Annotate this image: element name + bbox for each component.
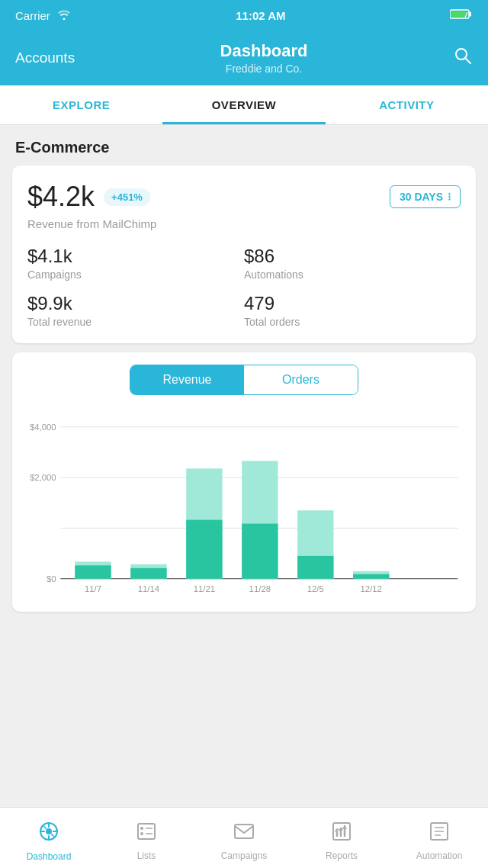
total-orders-value: 479 xyxy=(244,293,461,314)
svg-rect-2 xyxy=(451,11,467,18)
svg-rect-1 xyxy=(470,12,472,17)
bar-1121-dark xyxy=(186,520,222,579)
stats-main-left: $4.2k +451% xyxy=(27,181,150,213)
bottom-tab-lists-label: Lists xyxy=(137,850,156,861)
svg-text:12/5: 12/5 xyxy=(307,584,324,593)
carrier-label: Carrier xyxy=(15,9,50,22)
svg-line-26 xyxy=(52,834,55,837)
svg-point-20 xyxy=(46,828,52,834)
campaigns-value: $4.1k xyxy=(27,246,244,267)
accounts-button[interactable]: Accounts xyxy=(15,50,75,66)
total-revenue-value: $9.9k xyxy=(27,293,244,314)
tab-explore[interactable]: EXPLORE xyxy=(0,85,162,124)
svg-point-28 xyxy=(140,827,143,830)
toggle-orders[interactable]: Orders xyxy=(244,365,358,394)
bottom-tab-lists[interactable]: Lists xyxy=(98,815,195,861)
bottom-bar: Dashboard Lists Campaigns xyxy=(0,807,488,868)
battery-icon xyxy=(450,8,473,22)
reports-icon xyxy=(331,821,352,847)
status-bar-left: Carrier xyxy=(15,9,72,22)
svg-rect-32 xyxy=(235,825,253,838)
svg-text:11/28: 11/28 xyxy=(249,584,271,593)
chart-card: Revenue Orders $4,000 $2,000 $0 xyxy=(12,352,476,612)
automation-icon xyxy=(429,821,450,847)
bar-125-dark xyxy=(297,556,333,579)
svg-text:12/12: 12/12 xyxy=(361,584,382,593)
nav-title-block: Dashboard Freddie and Co. xyxy=(220,41,308,75)
campaigns-label: Campaigns xyxy=(27,268,244,281)
tab-activity[interactable]: ACTIVITY xyxy=(326,85,488,124)
stats-main-value: $4.2k xyxy=(27,181,95,213)
status-bar-time: 11:02 AM xyxy=(236,9,285,22)
search-button[interactable] xyxy=(453,46,473,70)
nav-title: Dashboard xyxy=(220,41,308,61)
tabs-bar: EXPLORE OVERVIEW ACTIVITY xyxy=(0,85,488,125)
bottom-tab-reports-label: Reports xyxy=(326,850,358,861)
svg-text:11/14: 11/14 xyxy=(138,584,159,593)
svg-text:11/7: 11/7 xyxy=(85,584,101,593)
bar-1128-dark xyxy=(242,524,278,579)
svg-text:$2,000: $2,000 xyxy=(30,473,56,482)
bottom-tab-automation[interactable]: Automation xyxy=(390,815,488,861)
svg-line-25 xyxy=(43,826,47,829)
nav-header: Accounts Dashboard Freddie and Co. xyxy=(0,31,488,85)
svg-rect-27 xyxy=(138,824,155,839)
chart-area: $4,000 $2,000 $0 xyxy=(24,407,464,606)
stat-total-revenue: $9.9k Total revenue xyxy=(27,293,244,328)
bottom-tab-dashboard[interactable]: Dashboard xyxy=(0,814,98,862)
svg-text:$0: $0 xyxy=(47,574,56,583)
wifi-icon xyxy=(56,9,72,22)
svg-text:11/21: 11/21 xyxy=(194,584,215,593)
bar-1114-dark xyxy=(130,568,166,579)
stats-subtitle: Revenue from MailChimp xyxy=(27,217,461,230)
stats-card: $4.2k +451% 30 DAYS ⁝ Revenue from MailC… xyxy=(12,166,476,343)
status-bar-right xyxy=(450,8,473,22)
total-revenue-label: Total revenue xyxy=(27,316,244,328)
nav-subtitle: Freddie and Co. xyxy=(220,63,308,75)
content-area: E-Commerce $4.2k +451% 30 DAYS ⁝ Revenue… xyxy=(0,125,488,807)
lists-icon xyxy=(136,821,157,847)
period-button[interactable]: 30 DAYS ⁝ xyxy=(390,185,461,208)
stats-main-row: $4.2k +451% 30 DAYS ⁝ xyxy=(27,181,461,213)
bottom-tab-automation-label: Automation xyxy=(416,850,463,861)
automations-value: $86 xyxy=(244,246,461,267)
bar-1212-dark xyxy=(353,574,389,579)
toggle-revenue[interactable]: Revenue xyxy=(130,365,244,394)
bar-chart: $4,000 $2,000 $0 xyxy=(24,407,464,606)
bottom-tab-reports[interactable]: Reports xyxy=(293,815,390,861)
stat-total-orders: 479 Total orders xyxy=(244,293,461,328)
stats-grid: $4.1k Campaigns $86 Automations $9.9k To… xyxy=(27,246,461,328)
section-heading: E-Commerce xyxy=(0,125,488,166)
tab-overview[interactable]: OVERVIEW xyxy=(162,85,325,124)
stats-badge: +451% xyxy=(104,188,150,206)
chart-toggle: Revenue Orders xyxy=(130,365,358,395)
dots-icon: ⁝ xyxy=(448,191,451,203)
bar-1107-dark xyxy=(75,565,111,578)
bottom-tab-dashboard-label: Dashboard xyxy=(27,851,72,862)
dashboard-icon xyxy=(37,820,60,848)
svg-text:$4,000: $4,000 xyxy=(30,423,56,432)
bottom-tab-campaigns-label: Campaigns xyxy=(221,850,268,861)
svg-point-30 xyxy=(140,832,143,835)
total-orders-label: Total orders xyxy=(244,316,461,328)
campaigns-icon xyxy=(233,821,255,847)
status-bar: Carrier 11:02 AM xyxy=(0,0,488,31)
stat-automations: $86 Automations xyxy=(244,246,461,281)
svg-line-5 xyxy=(465,59,470,64)
automations-label: Automations xyxy=(244,268,461,281)
bottom-tab-campaigns[interactable]: Campaigns xyxy=(195,815,293,861)
stat-campaigns: $4.1k Campaigns xyxy=(27,246,244,281)
